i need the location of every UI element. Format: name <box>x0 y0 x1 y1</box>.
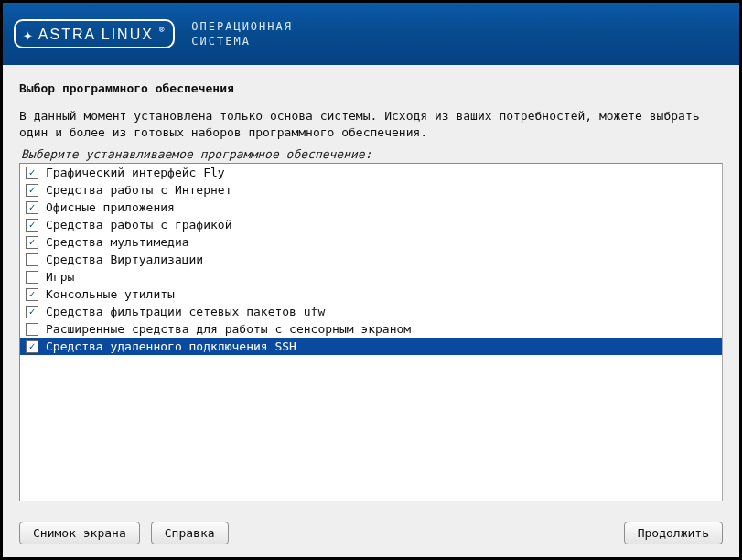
checkbox[interactable] <box>26 271 38 284</box>
software-label: Игры <box>46 270 74 284</box>
software-label: Средства мультимедиа <box>46 235 189 249</box>
checkbox[interactable] <box>26 306 38 318</box>
software-row[interactable]: Графический интерфейс Fly <box>20 164 722 181</box>
software-label: Средства работы с графикой <box>46 218 232 232</box>
checkbox[interactable] <box>26 219 38 232</box>
checkbox[interactable] <box>26 340 38 353</box>
software-row[interactable]: Средства фильтрации сетевых пакетов ufw <box>20 303 722 320</box>
software-row[interactable]: Средства работы с Интернет <box>20 181 722 199</box>
software-label: Расширенные средства для работы с сенсор… <box>46 322 411 336</box>
software-row[interactable]: Средства мультимедиа <box>20 233 722 251</box>
software-label: Консольные утилиты <box>46 287 175 301</box>
checkbox[interactable] <box>26 184 38 197</box>
software-listbox[interactable]: Графический интерфейс FlyСредства работы… <box>19 163 723 501</box>
footer: Снимок экрана Справка Продолжить <box>3 511 739 557</box>
astra-logo: ✦ ASTRA LINUX ® <box>14 19 175 48</box>
software-label: Средства работы с Интернет <box>46 183 232 197</box>
software-row[interactable]: Средства Виртуализации <box>20 251 722 268</box>
tagline-line-2: СИСТЕМА <box>191 34 293 48</box>
checkbox[interactable] <box>26 288 38 301</box>
checkbox[interactable] <box>26 323 38 336</box>
tagline-line-1: ОПЕРАЦИОННАЯ <box>191 19 293 34</box>
software-row[interactable]: Расширенные средства для работы с сенсор… <box>20 320 722 338</box>
installer-window: ✦ ASTRA LINUX ® ОПЕРАЦИОННАЯ СИСТЕМА Выб… <box>3 3 739 557</box>
software-label: Средства фильтрации сетевых пакетов ufw <box>46 305 325 318</box>
star-icon: ✦ <box>23 27 33 43</box>
software-label: Офисные приложения <box>46 200 175 214</box>
page-intro: В данный момент установлена только основ… <box>19 108 723 140</box>
content-area: Выбор программного обеспечения В данный … <box>3 65 739 511</box>
page-prompt: Выберите устанавливаемое программное обе… <box>19 147 723 161</box>
header-tagline: ОПЕРАЦИОННАЯ СИСТЕМА <box>191 19 293 48</box>
software-label: Графический интерфейс Fly <box>46 166 225 179</box>
registered-icon: ® <box>159 25 164 34</box>
logo-text: ASTRA LINUX <box>38 27 154 43</box>
software-row[interactable]: Консольные утилиты <box>20 285 722 303</box>
software-row[interactable]: Средства работы с графикой <box>20 216 722 233</box>
header: ✦ ASTRA LINUX ® ОПЕРАЦИОННАЯ СИСТЕМА <box>3 3 739 65</box>
page-title: Выбор программного обеспечения <box>19 81 723 95</box>
software-label: Средства Виртуализации <box>46 253 203 266</box>
software-row[interactable]: Офисные приложения <box>20 199 722 216</box>
checkbox[interactable] <box>26 236 38 249</box>
continue-button[interactable]: Продолжить <box>624 522 723 544</box>
software-row[interactable]: Средства удаленного подключения SSH <box>20 338 722 355</box>
checkbox[interactable] <box>26 253 38 266</box>
checkbox[interactable] <box>26 201 38 214</box>
screenshot-button[interactable]: Снимок экрана <box>19 522 140 544</box>
software-row[interactable]: Игры <box>20 268 722 285</box>
checkbox[interactable] <box>26 167 38 179</box>
help-button[interactable]: Справка <box>151 522 229 544</box>
software-label: Средства удаленного подключения SSH <box>46 339 296 353</box>
